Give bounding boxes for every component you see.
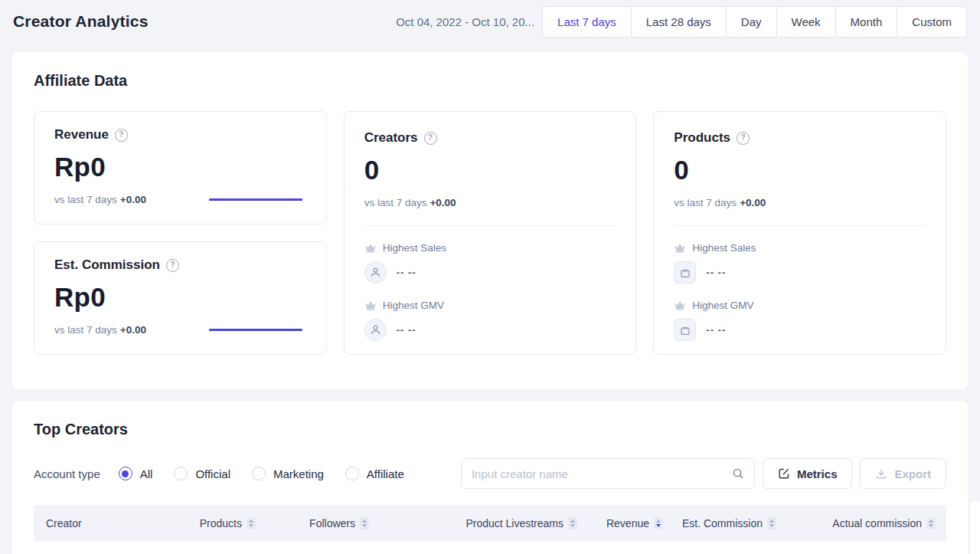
product-bag-icon — [674, 319, 696, 341]
est-commission-value: Rp0 — [54, 282, 306, 313]
sort-icon-desc-active[interactable] — [654, 517, 663, 530]
tab-month[interactable]: Month — [835, 6, 898, 38]
help-icon[interactable]: ? — [166, 259, 179, 272]
radio-circle-icon — [345, 467, 359, 480]
radio-all[interactable]: All — [119, 467, 153, 480]
metric-cards-grid: Revenue ? Rp0 vs last 7 days+0.00 Est. C… — [34, 111, 946, 355]
crown-icon — [674, 300, 686, 310]
crown-icon — [674, 243, 686, 253]
compare-delta: +0.00 — [740, 197, 766, 208]
revenue-card-title: Revenue — [54, 127, 109, 143]
sort-icon[interactable] — [360, 517, 369, 530]
creators-value: 0 — [364, 155, 616, 185]
highest-sales-value: -- -- — [706, 267, 726, 278]
creator-avatar-icon — [364, 319, 387, 341]
tab-custom[interactable]: Custom — [897, 6, 967, 38]
products-compare: vs last 7 days+0.00 — [674, 197, 766, 208]
highest-sales-label: Highest Sales — [692, 242, 756, 254]
radio-affiliate[interactable]: Affiliate — [345, 467, 404, 480]
sort-icon[interactable] — [568, 517, 577, 530]
tab-week[interactable]: Week — [776, 6, 836, 38]
creators-card-title: Creators — [364, 130, 418, 146]
compare-label: vs last 7 days — [54, 194, 117, 205]
highest-sales-row: -- -- — [674, 261, 926, 284]
creators-card: Creators ? 0 vs last 7 days+0.00 Highest… — [344, 111, 637, 355]
column-revenue[interactable]: Revenue — [577, 517, 663, 530]
highest-sales-row: -- -- — [364, 261, 616, 284]
card-divider — [674, 225, 926, 226]
export-button[interactable]: Export — [860, 458, 946, 489]
revenue-compare: vs last 7 days+0.00 — [54, 194, 146, 205]
crown-icon — [364, 300, 377, 310]
highest-sales-value: -- -- — [397, 267, 416, 278]
highest-gmv-value: -- -- — [397, 324, 416, 336]
search-input[interactable] — [472, 467, 732, 480]
top-creators-title: Top Creators — [34, 421, 946, 438]
revenue-sparkline — [209, 198, 302, 201]
products-card: Products ? 0 vs last 7 days+0.00 Highest… — [653, 111, 946, 355]
revenue-value: Rp0 — [54, 152, 306, 182]
tab-last-28-days[interactable]: Last 28 days — [631, 6, 727, 38]
date-range-tabs: Last 7 days Last 28 days Day Week Month … — [542, 6, 967, 38]
compare-delta: +0.00 — [120, 324, 146, 336]
compare-label: vs last 7 days — [54, 324, 117, 336]
creator-avatar-icon — [364, 261, 387, 284]
compare-delta: +0.00 — [120, 194, 146, 205]
highest-gmv-row: -- -- — [364, 319, 616, 341]
est-commission-sparkline — [209, 329, 302, 331]
table-header: Creator Products Followers Product Lives… — [34, 505, 946, 542]
help-icon[interactable]: ? — [424, 132, 437, 145]
products-card-title: Products — [674, 130, 730, 146]
column-actual-commission[interactable]: Actual commission — [776, 517, 946, 530]
page-title: Creator Analytics — [13, 12, 149, 31]
products-value: 0 — [674, 155, 926, 185]
creators-compare: vs last 7 days+0.00 — [364, 197, 456, 208]
help-icon[interactable]: ? — [737, 132, 750, 145]
edit-square-icon — [778, 467, 790, 480]
card-divider — [364, 225, 616, 226]
est-commission-card: Est. Commission ? Rp0 vs last 7 days+0.0… — [34, 241, 327, 355]
help-icon[interactable]: ? — [115, 129, 128, 142]
download-icon — [875, 467, 887, 480]
highest-sales-label: Highest Sales — [383, 242, 446, 254]
highest-gmv-label: Highest GMV — [692, 300, 753, 311]
highest-gmv-value: -- -- — [706, 324, 726, 336]
topbar: Creator Analytics Oct 04, 2022 - Oct 10,… — [0, 0, 980, 43]
sort-icon[interactable] — [926, 517, 936, 530]
sort-icon[interactable] — [247, 517, 256, 530]
column-followers[interactable]: Followers — [256, 517, 369, 530]
radio-official[interactable]: Official — [174, 467, 230, 480]
highest-gmv-label: Highest GMV — [383, 300, 444, 311]
est-commission-compare: vs last 7 days+0.00 — [54, 324, 146, 336]
affiliate-data-panel: Affiliate Data Revenue ? Rp0 vs last 7 d… — [12, 52, 968, 389]
radio-circle-icon — [119, 467, 132, 480]
tab-day[interactable]: Day — [726, 6, 777, 38]
compare-delta: +0.00 — [430, 197, 456, 208]
search-icon[interactable] — [732, 467, 744, 480]
crown-icon — [364, 243, 377, 253]
affiliate-data-title: Affiliate Data — [34, 72, 946, 90]
metrics-button[interactable]: Metrics — [763, 458, 853, 489]
filter-row: Account type All Official Marketing Affi… — [34, 458, 946, 489]
highest-gmv-row: -- -- — [674, 319, 926, 341]
revenue-card: Revenue ? Rp0 vs last 7 days+0.00 — [34, 111, 327, 225]
column-est-commission[interactable]: Est. Commission — [663, 517, 776, 530]
top-creators-panel: Top Creators Account type All Official M… — [12, 401, 968, 554]
radio-circle-icon — [252, 467, 266, 480]
tab-last-7-days[interactable]: Last 7 days — [542, 6, 632, 38]
compare-label: vs last 7 days — [364, 197, 427, 208]
est-commission-card-title: Est. Commission — [54, 257, 160, 273]
sort-icon[interactable] — [767, 517, 776, 530]
column-product-livestreams[interactable]: Product Livestreams — [369, 517, 577, 530]
creator-search-box — [461, 458, 755, 489]
vertical-scrollbar[interactable] — [970, 502, 980, 554]
account-type-label: Account type — [34, 467, 100, 480]
column-products[interactable]: Products — [179, 517, 256, 530]
product-bag-icon — [674, 261, 696, 284]
radio-marketing[interactable]: Marketing — [252, 467, 324, 480]
radio-circle-icon — [174, 467, 188, 480]
column-creator: Creator — [34, 517, 179, 529]
date-range-display: Oct 04, 2022 - Oct 10, 20... — [396, 15, 534, 28]
compare-label: vs last 7 days — [674, 197, 737, 208]
